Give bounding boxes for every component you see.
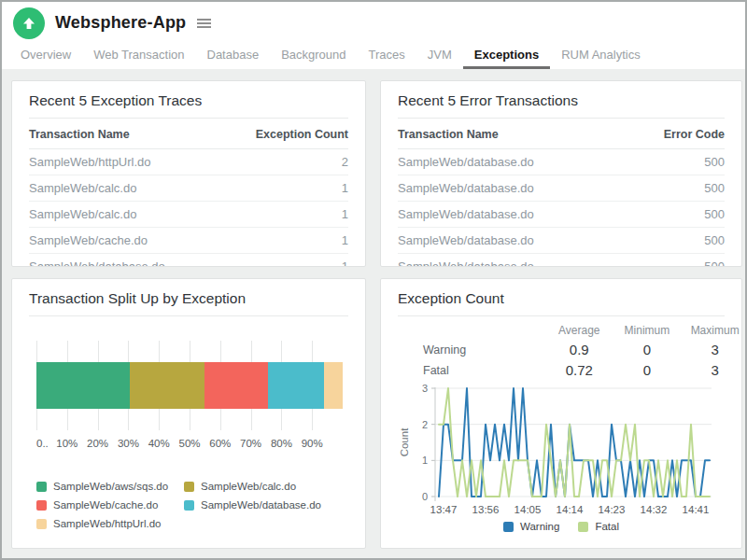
- bar-segment-sampleweb-database-do[interactable]: [268, 362, 325, 409]
- exception-count-cell: 1: [218, 254, 348, 268]
- stats-corner-cell: [398, 316, 545, 340]
- legend-label: SampleWeb/database.do: [201, 499, 321, 511]
- bar-segment-sampleweb-httpurl-do[interactable]: [324, 362, 343, 409]
- legend-item-sampleweb-aws-sqs-do[interactable]: SampleWeb/aws/sqs.do: [36, 481, 178, 492]
- panel-recent-exception-traces: Recent 5 Exception Traces Transaction Na…: [11, 80, 366, 267]
- transaction-name-cell[interactable]: SampleWeb/database.do: [29, 254, 218, 268]
- bar-axis-tick-label: 40%: [148, 438, 170, 449]
- transaction-name-cell[interactable]: SampleWeb/calc.do: [29, 202, 218, 228]
- tab-web-transaction[interactable]: Web Transaction: [82, 44, 195, 69]
- exception-count-stats-table: AverageMinimumMaximumWarning0.903Fatal0.…: [398, 316, 742, 381]
- table-row: SampleWeb/database.do500: [398, 228, 725, 254]
- bar-stack: [36, 362, 343, 409]
- bar-axis-tick-label: 70%: [240, 438, 261, 449]
- bar-segment-sampleweb-calc-do[interactable]: [130, 362, 204, 409]
- exception-count-cell: 2: [218, 149, 348, 175]
- transaction-name-cell[interactable]: SampleWeb/database.do: [398, 254, 624, 268]
- y-axis-title: Count: [399, 427, 410, 456]
- app-header: Websphere-App: [2, 2, 745, 44]
- legend-swatch: [578, 522, 588, 532]
- exception-count-cell: 1: [218, 175, 348, 202]
- legend-label: SampleWeb/calc.do: [201, 481, 296, 492]
- table-row: SampleWeb/calc.do1: [29, 175, 348, 202]
- stats-column-maximum: Maximum: [681, 316, 742, 340]
- transaction-name-cell[interactable]: SampleWeb/database.do: [398, 202, 624, 228]
- y-tick-label: 0: [422, 491, 428, 502]
- tab-database[interactable]: Database: [196, 44, 271, 69]
- y-tick-label: 1: [422, 455, 428, 466]
- x-tick-label: 14:14: [557, 504, 584, 515]
- legend-item-fatal[interactable]: Fatal: [578, 521, 619, 532]
- bar-axis-tick-label: 90%: [302, 438, 323, 449]
- tab-rum-analytics[interactable]: RUM Analytics: [550, 44, 652, 69]
- error-code-cell: 500: [624, 202, 725, 228]
- bar-segment-sampleweb-aws-sqs-do[interactable]: [36, 362, 130, 409]
- legend-item-sampleweb-httpurl-do[interactable]: SampleWeb/httpUrl.do: [36, 518, 178, 529]
- x-tick-label: 14:32: [641, 504, 668, 515]
- column-header-exception-count: Exception Count: [218, 119, 348, 149]
- legend-swatch: [503, 522, 514, 532]
- stats-column-average: Average: [545, 316, 613, 340]
- error-code-cell: 500: [624, 175, 725, 202]
- bar-axis-tick-label: 20%: [87, 438, 108, 449]
- legend-item-sampleweb-database-do[interactable]: SampleWeb/database.do: [184, 499, 348, 511]
- bar-axis-tick-label: 50%: [178, 438, 200, 449]
- column-header-error-code: Error Code: [624, 119, 725, 149]
- table-row: SampleWeb/database.do500: [398, 149, 725, 175]
- legend-item-sampleweb-cache-do[interactable]: SampleWeb/cache.do: [36, 499, 178, 511]
- table-row: SampleWeb/calc.do1: [29, 202, 348, 228]
- legend-label: SampleWeb/cache.do: [53, 499, 158, 511]
- table-row: SampleWeb/httpUrl.do2: [29, 149, 348, 175]
- bar-chart-legend: SampleWeb/aws/sqs.doSampleWeb/calc.doSam…: [36, 481, 348, 529]
- panel-exception-count: Exception Count AverageMinimumMaximumWar…: [380, 278, 742, 549]
- panel-title-exception-count: Exception Count: [398, 289, 725, 316]
- status-up-icon[interactable]: [13, 7, 45, 39]
- stat-value: 0: [613, 340, 682, 360]
- exception-count-cell: 1: [218, 202, 348, 228]
- tab-traces[interactable]: Traces: [358, 44, 416, 69]
- app-title: Websphere-App: [55, 13, 186, 33]
- error-code-cell: 500: [624, 228, 725, 254]
- bar-segment-sampleweb-cache-do[interactable]: [204, 362, 267, 409]
- transaction-name-cell[interactable]: SampleWeb/httpUrl.do: [29, 149, 218, 175]
- panel-title-exception-traces: Recent 5 Exception Traces: [29, 91, 348, 119]
- bar-x-axis: 0..10%20%30%40%50%60%70%80%90%: [36, 438, 343, 453]
- tab-background[interactable]: Background: [270, 44, 357, 69]
- error-code-cell: 500: [624, 149, 725, 175]
- transaction-name-cell[interactable]: SampleWeb/database.do: [398, 149, 624, 175]
- up-arrow-icon: [21, 16, 36, 31]
- stat-label: Fatal: [398, 360, 545, 381]
- tab-overview[interactable]: Overview: [9, 44, 82, 69]
- legend-swatch: [36, 482, 47, 492]
- tab-exceptions[interactable]: Exceptions: [463, 44, 550, 69]
- transaction-name-cell[interactable]: SampleWeb/calc.do: [29, 175, 218, 202]
- legend-label: Warning: [520, 521, 559, 532]
- table-row: SampleWeb/database.do1: [29, 254, 348, 268]
- legend-label: Fatal: [595, 521, 619, 532]
- panel-title-error-transactions: Recent 5 Error Transactions: [398, 91, 725, 119]
- y-tick-label: 2: [422, 419, 428, 430]
- stat-value: 3: [681, 340, 742, 360]
- tab-jvm[interactable]: JVM: [416, 44, 463, 69]
- transaction-name-cell[interactable]: SampleWeb/cache.do: [29, 228, 218, 254]
- stat-value: 0: [613, 360, 682, 381]
- tab-bar: OverviewWeb TransactionDatabaseBackgroun…: [2, 44, 745, 69]
- transaction-name-cell[interactable]: SampleWeb/database.do: [398, 228, 624, 254]
- exception-count-cell: 1: [218, 228, 348, 254]
- dashboard-content: Recent 5 Exception Traces Transaction Na…: [2, 69, 745, 549]
- legend-item-sampleweb-calc-do[interactable]: SampleWeb/calc.do: [184, 481, 348, 492]
- panel-recent-error-transactions: Recent 5 Error Transactions Transaction …: [380, 80, 742, 267]
- legend-item-warning[interactable]: Warning: [503, 521, 559, 532]
- bar-axis-tick-label: 80%: [271, 438, 292, 449]
- column-header-transaction-name: Transaction Name: [29, 119, 218, 149]
- hamburger-menu-icon[interactable]: [195, 14, 213, 33]
- line-chart-legend: WarningFatal: [398, 521, 725, 532]
- legend-swatch: [184, 482, 194, 492]
- table-row: SampleWeb/cache.do1: [29, 228, 348, 254]
- transaction-name-cell[interactable]: SampleWeb/database.do: [398, 175, 624, 202]
- stats-column-minimum: Minimum: [613, 316, 682, 340]
- tbl-error-transactions-table: Transaction NameError CodeSampleWeb/data…: [398, 119, 725, 267]
- legend-swatch: [36, 500, 47, 511]
- x-tick-label: 13:56: [472, 504, 500, 515]
- tbl-exception-traces-table: Transaction NameException CountSampleWeb…: [29, 119, 348, 267]
